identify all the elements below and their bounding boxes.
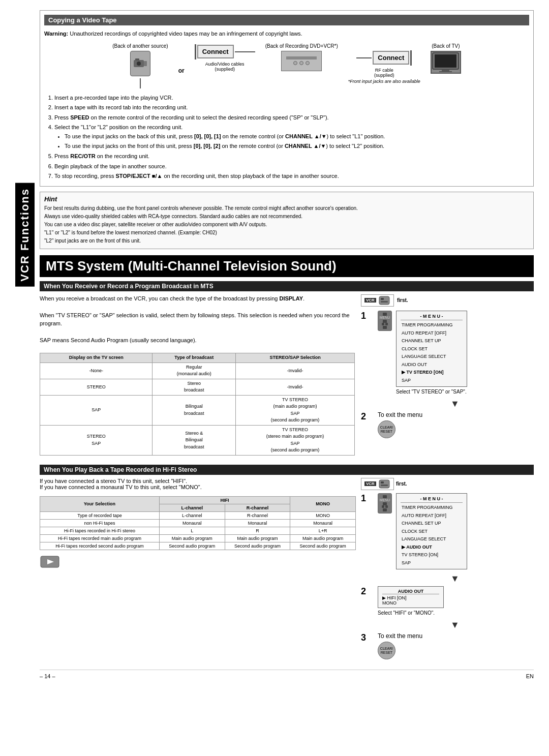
- svg-rect-14: [381, 481, 384, 483]
- mts-menu-display: - M E N U - TIMER PROGRAMMING AUTO REPEA…: [396, 311, 467, 387]
- hifi-row-4: Hi-Fi tapes recorded main audio program …: [40, 534, 356, 542]
- vcr-sidebar-label: VCR Functions: [15, 183, 35, 287]
- svg-rect-13: [379, 480, 389, 488]
- mts-step2-content: To exit the menu CLEAR/RESET: [378, 411, 422, 438]
- av-supplied-label: (supplied): [215, 67, 235, 72]
- hint-item-1: For best results during dubbing, use the…: [44, 205, 529, 212]
- hifi-left-btn: [382, 505, 384, 508]
- hifi-col3: MONO: [290, 496, 356, 511]
- right-btn: [385, 323, 388, 325]
- mts-r4c2: Stereo &Bilingualbroadcast: [152, 425, 236, 455]
- hifi-step1-num: 1: [361, 493, 374, 504]
- hifi-step2-content: AUDIO OUT ▶ HIFI [ON] MONO Select "HIFI"…: [378, 586, 444, 616]
- hifi-r5c1: Hi-Fi tapes recorded second audio progra…: [40, 542, 160, 550]
- mts-r1c3: -Invalid-: [236, 362, 355, 379]
- source-label: (Back of another source): [112, 43, 168, 49]
- hifi-audio-item-2: MONO: [382, 600, 439, 606]
- up-btn: [383, 320, 387, 323]
- mts-col2-header: Type of broadcast: [152, 353, 236, 363]
- hint-item-4: "L1" or "L2" is found before the lowest …: [44, 229, 529, 236]
- mts-section: When You Receive or Record a Program Bro…: [40, 281, 534, 459]
- hifi-menu-label-sm: MENU: [380, 498, 390, 502]
- mts-body2: When "TV STEREO" or "SAP" selection is v…: [40, 311, 355, 328]
- hifi-r1c4: MONO: [290, 511, 356, 519]
- copy-steps: Insert a pre-recorded tape into the play…: [54, 94, 529, 181]
- mts-menu-item-3: CHANNEL SET UP: [401, 337, 463, 345]
- hifi-right: VCR first. 1: [361, 478, 534, 664]
- mts-menu-item-2: AUTO REPEAT [OFF]: [401, 329, 463, 338]
- mts-r4c1: STEREOSAP: [40, 425, 152, 455]
- hifi-remote-icon: [378, 479, 390, 489]
- hifi-audio-out-title: AUDIO OUT: [382, 589, 439, 594]
- av-cables-label: Audio/Video cables: [205, 62, 245, 67]
- mts-r2c2: Stereobroadcast: [152, 379, 236, 395]
- svg-rect-10: [381, 301, 388, 303]
- connect2-diagram: Connect RF cable (supplied) *Front input…: [348, 43, 420, 84]
- hifi-right-btn: [385, 505, 388, 508]
- mts-row-3: SAP Bilingualbroadcast TV STEREO(main au…: [40, 395, 355, 425]
- hifi-clear-btn: CLEAR/RESET: [378, 642, 395, 659]
- mts-body1: When you receive a broadcast on the VCR,…: [40, 294, 355, 303]
- hifi-first-label: first.: [396, 481, 407, 487]
- mts-right: VCR first. 1: [361, 294, 534, 459]
- mts-row-1: -None- Regular(monaural audio) -Invalid-: [40, 362, 355, 379]
- copy-substep-2: To use the input jacks on the front of t…: [65, 142, 529, 151]
- hifi-menu-display: - M E N U - TIMER PROGRAMMING AUTO REPEA…: [396, 493, 467, 570]
- mts-r2c1: STEREO: [40, 379, 152, 395]
- hifi-step2-num: 2: [361, 586, 374, 597]
- hifi-left: If you have connected a stereo TV to thi…: [40, 478, 356, 664]
- hifi-menu-item-2: AUTO REPEAT [OFF]: [401, 512, 463, 520]
- play-icon: [40, 554, 60, 569]
- copy-step-3: Press SPEED on the remote control of the…: [54, 113, 529, 123]
- copy-step-5: Press REC/OTR on the recording unit.: [54, 152, 529, 161]
- hint-title: Hint: [44, 195, 529, 203]
- copying-section: Copying a Video Tape Warning: Unauthoriz…: [40, 10, 534, 187]
- hifi-menu-item-8: SAP: [401, 559, 463, 567]
- hifi-r5c3: Second audio program: [225, 542, 290, 550]
- hifi-row-2: non Hi-Fi tapes Monaural Monaural Monaur…: [40, 519, 356, 527]
- hint-item-5: "L2" input jacks are on the front of thi…: [44, 237, 529, 245]
- mts-menu-item-6: AUDIO OUT: [401, 361, 463, 369]
- mts-menu-item-4: CLOCK SET: [401, 345, 463, 353]
- hifi-menu-item-4: CLOCK SET: [401, 528, 463, 536]
- copy-diagram: (Back of another source): [44, 43, 529, 88]
- hifi-r3c2: L: [159, 527, 225, 534]
- hifi-table: Your Selection HIFI MONO L-channel R-cha…: [40, 496, 356, 550]
- camera-icon: [130, 51, 150, 76]
- mts-r3c1: SAP: [40, 395, 152, 425]
- hifi-r1c3: R-channel: [225, 511, 290, 519]
- hint-box: Hint For best results during dubbing, us…: [40, 192, 534, 249]
- hifi-up-btn: [383, 502, 387, 505]
- mts-r2c3: -Invalid-: [236, 379, 355, 395]
- hifi-menu-btn: [383, 495, 387, 498]
- hifi-r5c2: Second audio program: [159, 542, 225, 550]
- hifi-step3-content: To exit the menu CLEAR/RESET: [378, 632, 422, 659]
- hifi-sub-col2a: L-channel: [159, 504, 225, 511]
- hifi-audio-item-1: ▶ HIFI [ON]: [382, 595, 439, 600]
- play-btn-icon: [40, 554, 60, 569]
- hifi-step1-content: MENU - M E N U -: [378, 493, 467, 570]
- hifi-r5c4: Second audio program: [290, 542, 356, 550]
- hifi-col1: Your Selection: [40, 496, 160, 511]
- rf-cable-label: RF cable: [375, 68, 393, 73]
- mts-arrow-down: ▼: [376, 399, 534, 409]
- copy-substep-1: To use the input jacks on the back of th…: [65, 132, 529, 141]
- hifi-r2c4: Monaural: [290, 519, 356, 527]
- mts-section-header: When You Receive or Record a Program Bro…: [40, 281, 534, 291]
- hifi-menu-title: - M E N U -: [401, 496, 463, 503]
- copy-step-2: Insert a tape with its record tab into t…: [54, 103, 529, 112]
- mts-r3c3: TV STEREO(main audio program)SAP(second …: [236, 395, 355, 425]
- menu-btn: [383, 313, 387, 316]
- hifi-to-exit: To exit the menu: [378, 632, 422, 640]
- copy-section-header: Copying a Video Tape: [44, 15, 529, 25]
- mts-left: When you receive a broadcast on the VCR,…: [40, 294, 355, 459]
- copy-warning: Warning: Unauthorized recordings of copy…: [44, 29, 529, 38]
- svg-rect-15: [381, 485, 388, 486]
- lang-label: EN: [526, 673, 534, 679]
- or-label: or: [178, 67, 185, 74]
- mts-title: MTS System (Multi-Channel Television Sou…: [40, 255, 534, 277]
- mts-step1-content: MENU - M E N U -: [378, 311, 467, 395]
- mts-menu-title: - M E N U -: [401, 313, 463, 321]
- mts-press-row: VCR first.: [361, 294, 534, 307]
- tv-icon: [431, 51, 461, 74]
